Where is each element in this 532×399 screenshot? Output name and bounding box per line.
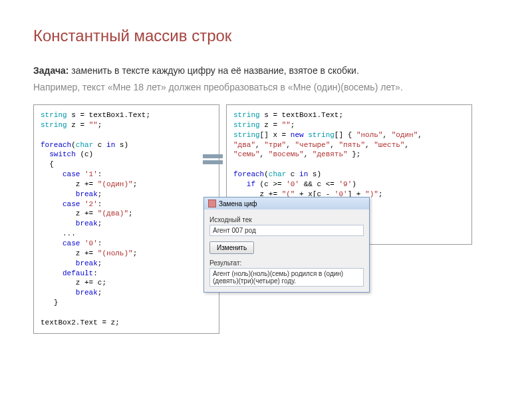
code-token: "девять" <box>313 150 348 158</box>
code-token: , <box>365 141 374 149</box>
code-token: z += <box>41 180 98 188</box>
code-token: , <box>260 150 269 158</box>
task-label: Задача: <box>33 65 68 76</box>
code-token: }; <box>348 150 361 158</box>
result-output: Агент (ноль)(ноль)(семь) родился в (один… <box>209 268 364 287</box>
code-token: c <box>93 141 106 149</box>
code-token: ; <box>98 219 102 227</box>
code-token: "четыре" <box>295 141 330 149</box>
equals-icon <box>203 154 223 164</box>
code-token: char <box>269 170 286 178</box>
code-token: , <box>304 150 313 158</box>
code-token: "(один)" <box>98 180 133 188</box>
code-token: char <box>76 141 93 149</box>
task-example: Например, текст «Мне 18 лет» должен прео… <box>33 82 499 92</box>
code-token: z = <box>67 121 89 129</box>
code-token: [] x = <box>260 131 291 139</box>
code-token: '0' <box>286 180 299 188</box>
code-token: switch <box>41 150 76 158</box>
code-token: ; <box>133 249 138 257</box>
code-token: "семь" <box>233 150 260 158</box>
app-titlebar: Замена циф <box>204 198 369 209</box>
task-line: Задача: заменить в тексте каждую цифру н… <box>33 64 499 78</box>
code-token: string <box>308 131 334 139</box>
code-left: string s = textBox1.Text; string z = "";… <box>33 104 219 334</box>
code-token: : <box>98 200 102 208</box>
code-token: , <box>404 141 409 149</box>
code-token: ( <box>264 170 269 178</box>
code-token: s = textBox1.Text; <box>67 111 150 119</box>
code-token: "" <box>282 121 291 129</box>
code-token: z += c; <box>41 279 106 287</box>
code-token: '0' <box>84 239 98 247</box>
code-token: [] { <box>334 131 356 139</box>
code-token: "один" <box>392 131 418 139</box>
code-token: "три" <box>264 141 286 149</box>
code-token: case <box>41 239 84 247</box>
code-token: case <box>41 170 84 178</box>
code-token: '1' <box>84 170 98 178</box>
code-token: string <box>233 111 260 119</box>
code-token: "(ноль)" <box>98 249 133 257</box>
code-token: in <box>299 170 308 178</box>
code-token: ; <box>98 190 102 198</box>
code-token: "(два)" <box>98 209 128 217</box>
code-token: break <box>41 219 98 227</box>
code-token: , <box>418 131 422 139</box>
code-token: default <box>41 269 93 277</box>
code-token: (c >= <box>255 180 286 188</box>
code-token: "шесть" <box>374 141 404 149</box>
code-token: "" <box>89 121 98 129</box>
src-input[interactable]: Агент 007 род <box>209 225 364 236</box>
code-token: z += <box>41 249 98 257</box>
change-button[interactable]: Изменить <box>209 241 254 254</box>
code-token: , <box>255 141 264 149</box>
code-token: s) <box>308 170 321 178</box>
code-token: "пять" <box>338 141 365 149</box>
code-token: "ноль" <box>356 131 383 139</box>
src-label: Исходный тек <box>209 216 364 223</box>
code-token: foreach <box>41 141 71 149</box>
code-token: ... <box>41 229 76 237</box>
code-token: ; <box>98 289 102 297</box>
code-token: in <box>106 141 115 149</box>
code-token: break <box>41 289 98 297</box>
task-text: заменить в тексте каждую цифру на её наз… <box>68 65 358 76</box>
code-token: new <box>291 131 304 139</box>
code-token: string <box>41 121 67 129</box>
code-token: , <box>286 141 295 149</box>
result-label: Результат: <box>209 259 364 267</box>
code-token: c <box>286 170 299 178</box>
code-token: ( <box>71 141 76 149</box>
app-window: Замена циф Исходный тек Агент 007 род Из… <box>203 197 370 293</box>
code-token: , <box>382 131 391 139</box>
code-token: "два" <box>233 141 255 149</box>
code-token: { <box>41 160 54 168</box>
app-icon <box>208 200 216 207</box>
code-token: ; <box>128 209 133 217</box>
code-token: ; <box>133 180 138 188</box>
code-token: if <box>233 180 255 188</box>
code-token: s = textBox1.Text; <box>260 111 343 119</box>
code-token: "восемь" <box>269 150 304 158</box>
code-token: s) <box>115 141 128 149</box>
code-token: : <box>98 239 102 247</box>
code-token: '9' <box>338 180 352 188</box>
code-token: (c) <box>76 150 93 158</box>
code-token: } <box>41 299 58 307</box>
code-token: ; <box>291 121 295 129</box>
code-token: z = <box>260 121 282 129</box>
code-token: foreach <box>233 170 264 178</box>
code-token: break <box>41 190 98 198</box>
code-token: case <box>41 200 84 208</box>
code-token: ; <box>378 190 383 198</box>
code-token: textBox2.Text = z; <box>41 319 120 327</box>
code-token: z += <box>41 209 98 217</box>
code-token: string <box>233 131 260 139</box>
code-token: ; <box>98 121 102 129</box>
app-title: Замена циф <box>219 200 257 207</box>
code-token: string <box>233 121 260 129</box>
code-token: string <box>41 111 67 119</box>
slide-title: Константный массив строк <box>33 27 499 45</box>
code-token: ) <box>352 180 356 188</box>
